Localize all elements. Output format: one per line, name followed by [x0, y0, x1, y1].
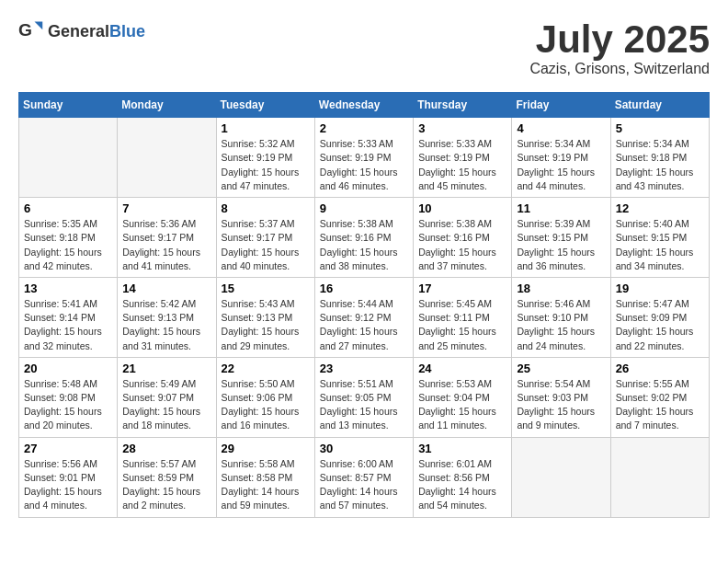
- calendar-cell: 20Sunrise: 5:48 AM Sunset: 9:08 PM Dayli…: [19, 357, 118, 437]
- svg-text:G: G: [18, 20, 32, 40]
- col-header-friday: Friday: [512, 93, 610, 118]
- day-detail: Sunrise: 5:48 AM Sunset: 9:08 PM Dayligh…: [24, 378, 102, 431]
- day-number: 6: [24, 201, 112, 215]
- day-detail: Sunrise: 5:57 AM Sunset: 8:59 PM Dayligh…: [122, 458, 200, 511]
- day-number: 17: [418, 282, 506, 295]
- col-header-thursday: Thursday: [414, 93, 512, 118]
- day-number: 22: [222, 362, 310, 375]
- day-detail: Sunrise: 5:32 AM Sunset: 9:19 PM Dayligh…: [222, 138, 300, 191]
- day-number: 18: [517, 282, 605, 295]
- calendar-cell: 22Sunrise: 5:50 AM Sunset: 9:06 PM Dayli…: [216, 357, 314, 437]
- calendar-cell: 21Sunrise: 5:49 AM Sunset: 9:07 PM Dayli…: [118, 357, 216, 437]
- day-number: 26: [616, 362, 704, 375]
- day-detail: Sunrise: 5:39 AM Sunset: 9:15 PM Dayligh…: [517, 218, 595, 271]
- calendar-cell: 2Sunrise: 5:33 AM Sunset: 9:19 PM Daylig…: [314, 118, 413, 198]
- calendar-cell: 4Sunrise: 5:34 AM Sunset: 9:19 PM Daylig…: [512, 118, 610, 198]
- page-header: G GeneralBlue July 2025 Cazis, Grisons, …: [18, 18, 710, 77]
- calendar-cell: 11Sunrise: 5:39 AM Sunset: 9:15 PM Dayli…: [512, 198, 610, 278]
- day-detail: Sunrise: 5:41 AM Sunset: 9:14 PM Dayligh…: [24, 298, 102, 351]
- day-detail: Sunrise: 5:35 AM Sunset: 9:18 PM Dayligh…: [24, 218, 102, 271]
- day-detail: Sunrise: 6:01 AM Sunset: 8:56 PM Dayligh…: [418, 458, 496, 511]
- day-detail: Sunrise: 5:38 AM Sunset: 9:16 PM Dayligh…: [320, 218, 398, 271]
- day-number: 28: [122, 442, 210, 455]
- logo-icon: G: [18, 18, 44, 44]
- day-detail: Sunrise: 5:34 AM Sunset: 9:19 PM Dayligh…: [517, 138, 595, 191]
- col-header-saturday: Saturday: [610, 93, 709, 118]
- day-detail: Sunrise: 5:33 AM Sunset: 9:19 PM Dayligh…: [320, 138, 398, 191]
- day-number: 5: [616, 121, 704, 135]
- day-detail: Sunrise: 5:43 AM Sunset: 9:13 PM Dayligh…: [222, 298, 300, 351]
- calendar-cell: 25Sunrise: 5:54 AM Sunset: 9:03 PM Dayli…: [512, 357, 610, 437]
- calendar-cell: 16Sunrise: 5:44 AM Sunset: 9:12 PM Dayli…: [314, 277, 413, 357]
- col-header-tuesday: Tuesday: [216, 93, 314, 118]
- day-detail: Sunrise: 5:53 AM Sunset: 9:04 PM Dayligh…: [418, 378, 496, 431]
- calendar-cell: 30Sunrise: 6:00 AM Sunset: 8:57 PM Dayli…: [314, 437, 413, 517]
- day-detail: Sunrise: 5:56 AM Sunset: 9:01 PM Dayligh…: [24, 458, 102, 511]
- day-detail: Sunrise: 5:58 AM Sunset: 8:58 PM Dayligh…: [222, 458, 300, 511]
- day-detail: Sunrise: 5:34 AM Sunset: 9:18 PM Dayligh…: [616, 138, 694, 191]
- day-number: 4: [517, 121, 605, 135]
- calendar-cell: 7Sunrise: 5:36 AM Sunset: 9:17 PM Daylig…: [118, 198, 216, 278]
- day-number: 8: [222, 201, 310, 215]
- day-detail: Sunrise: 5:47 AM Sunset: 9:09 PM Dayligh…: [616, 298, 694, 351]
- calendar-cell: [512, 437, 610, 517]
- logo-text-blue: Blue: [109, 22, 145, 40]
- svg-marker-1: [35, 22, 43, 30]
- day-detail: Sunrise: 5:36 AM Sunset: 9:17 PM Dayligh…: [122, 218, 200, 271]
- calendar-cell: 12Sunrise: 5:40 AM Sunset: 9:15 PM Dayli…: [610, 198, 709, 278]
- day-number: 20: [24, 362, 112, 375]
- calendar-cell: 1Sunrise: 5:32 AM Sunset: 9:19 PM Daylig…: [216, 118, 314, 198]
- calendar-cell: 14Sunrise: 5:42 AM Sunset: 9:13 PM Dayli…: [118, 277, 216, 357]
- day-detail: Sunrise: 5:46 AM Sunset: 9:10 PM Dayligh…: [517, 298, 595, 351]
- calendar-table: SundayMondayTuesdayWednesdayThursdayFrid…: [18, 92, 710, 517]
- col-header-sunday: Sunday: [19, 93, 118, 118]
- day-number: 3: [418, 121, 506, 135]
- logo: G GeneralBlue: [18, 18, 145, 44]
- calendar-cell: [19, 118, 118, 198]
- day-number: 15: [222, 282, 310, 295]
- location-title: Cazis, Grisons, Switzerland: [529, 61, 710, 77]
- day-number: 10: [418, 201, 506, 215]
- day-number: 29: [222, 442, 310, 455]
- calendar-cell: 9Sunrise: 5:38 AM Sunset: 9:16 PM Daylig…: [314, 198, 413, 278]
- day-detail: Sunrise: 5:55 AM Sunset: 9:02 PM Dayligh…: [616, 378, 694, 431]
- logo-text-general: General: [48, 22, 109, 40]
- calendar-cell: 26Sunrise: 5:55 AM Sunset: 9:02 PM Dayli…: [610, 357, 709, 437]
- day-number: 30: [320, 442, 408, 455]
- day-number: 19: [616, 282, 704, 295]
- day-number: 13: [24, 282, 112, 295]
- day-detail: Sunrise: 5:40 AM Sunset: 9:15 PM Dayligh…: [616, 218, 694, 271]
- calendar-week-row: 27Sunrise: 5:56 AM Sunset: 9:01 PM Dayli…: [19, 437, 710, 517]
- calendar-cell: 6Sunrise: 5:35 AM Sunset: 9:18 PM Daylig…: [19, 198, 118, 278]
- day-number: 14: [122, 282, 210, 295]
- calendar-cell: 10Sunrise: 5:38 AM Sunset: 9:16 PM Dayli…: [414, 198, 512, 278]
- day-detail: Sunrise: 5:42 AM Sunset: 9:13 PM Dayligh…: [122, 298, 200, 351]
- day-number: 16: [320, 282, 408, 295]
- day-detail: Sunrise: 5:33 AM Sunset: 9:19 PM Dayligh…: [418, 138, 496, 191]
- col-header-monday: Monday: [118, 93, 216, 118]
- day-detail: Sunrise: 5:54 AM Sunset: 9:03 PM Dayligh…: [517, 378, 595, 431]
- day-number: 25: [517, 362, 605, 375]
- day-detail: Sunrise: 5:38 AM Sunset: 9:16 PM Dayligh…: [418, 218, 496, 271]
- day-detail: Sunrise: 5:51 AM Sunset: 9:05 PM Dayligh…: [320, 378, 398, 431]
- day-number: 11: [517, 201, 605, 215]
- day-detail: Sunrise: 5:45 AM Sunset: 9:11 PM Dayligh…: [418, 298, 496, 351]
- calendar-cell: 5Sunrise: 5:34 AM Sunset: 9:18 PM Daylig…: [610, 118, 709, 198]
- day-number: 2: [320, 121, 408, 135]
- calendar-cell: 24Sunrise: 5:53 AM Sunset: 9:04 PM Dayli…: [414, 357, 512, 437]
- calendar-week-row: 13Sunrise: 5:41 AM Sunset: 9:14 PM Dayli…: [19, 277, 710, 357]
- calendar-cell: 29Sunrise: 5:58 AM Sunset: 8:58 PM Dayli…: [216, 437, 314, 517]
- day-detail: Sunrise: 5:44 AM Sunset: 9:12 PM Dayligh…: [320, 298, 398, 351]
- calendar-cell: 8Sunrise: 5:37 AM Sunset: 9:17 PM Daylig…: [216, 198, 314, 278]
- calendar-cell: 28Sunrise: 5:57 AM Sunset: 8:59 PM Dayli…: [118, 437, 216, 517]
- day-detail: Sunrise: 5:49 AM Sunset: 9:07 PM Dayligh…: [122, 378, 200, 431]
- calendar-cell: 31Sunrise: 6:01 AM Sunset: 8:56 PM Dayli…: [414, 437, 512, 517]
- calendar-cell: [118, 118, 216, 198]
- calendar-week-row: 1Sunrise: 5:32 AM Sunset: 9:19 PM Daylig…: [19, 118, 710, 198]
- day-number: 27: [24, 442, 112, 455]
- day-number: 23: [320, 362, 408, 375]
- col-header-wednesday: Wednesday: [314, 93, 413, 118]
- calendar-cell: 27Sunrise: 5:56 AM Sunset: 9:01 PM Dayli…: [19, 437, 118, 517]
- day-number: 31: [418, 442, 506, 455]
- calendar-week-row: 20Sunrise: 5:48 AM Sunset: 9:08 PM Dayli…: [19, 357, 710, 437]
